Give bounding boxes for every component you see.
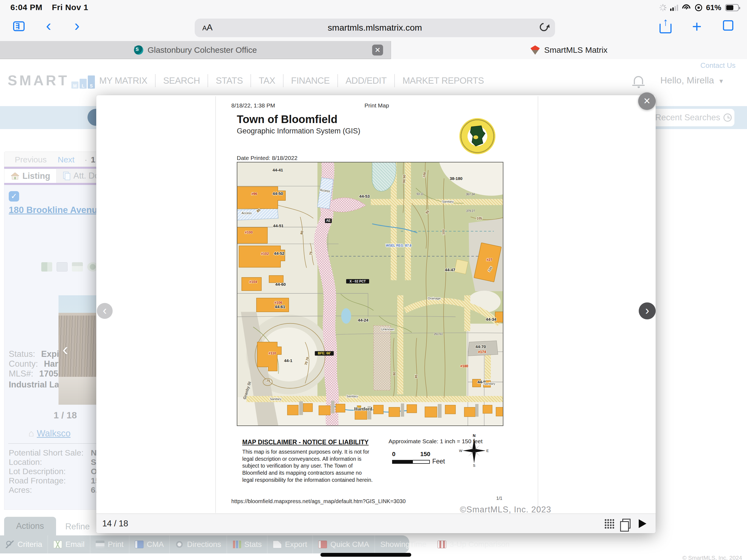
address-bar[interactable]: AA smartmls.mlsmatrix.com — [195, 19, 555, 37]
listing-detail-row: Potential Short Sale:N — [9, 448, 84, 457]
home-indicator[interactable] — [320, 553, 411, 557]
map-label: 44-47 — [445, 268, 455, 272]
nav-item-search[interactable]: SEARCH — [156, 75, 208, 86]
map-label: #110 — [268, 351, 276, 355]
previous-button[interactable]: Previous — [15, 155, 47, 164]
map-label: 105 — [476, 217, 482, 221]
quick-cma-book-icon — [318, 541, 327, 548]
ipad-screen: 6:04 PM Fri Nov 1 61% ‹ › AA smartmls.ml… — [0, 0, 747, 560]
map-label: BFE: 66' — [318, 351, 331, 355]
listing-checkbox[interactable]: ✓ — [9, 191, 19, 202]
activity-spinner-icon — [659, 4, 666, 11]
status-time-date: 6:04 PM Fri Nov 1 — [10, 3, 88, 12]
contact-us-link[interactable]: Contact Us — [700, 61, 736, 70]
toolbar-button-label: Directions — [187, 540, 221, 549]
nav-item-market-reports[interactable]: MARKET REPORTS — [395, 75, 492, 86]
recent-searches-button[interactable]: Recent Searches — [652, 109, 735, 126]
back-button[interactable]: ‹ — [46, 18, 51, 33]
nav-item-tax[interactable]: TAX — [251, 75, 283, 86]
tab-smartmls[interactable]: SmartMLS Matrix — [391, 41, 747, 59]
scale-bar — [412, 460, 430, 464]
close-icon[interactable]: × — [638, 93, 656, 110]
tab-overview-button[interactable] — [723, 20, 733, 31]
cart-add-icon[interactable] — [41, 262, 52, 272]
forward-button[interactable]: › — [74, 18, 80, 33]
toolbar-button-stats[interactable]: Stats — [227, 535, 268, 554]
share-button[interactable]: ↑ — [660, 18, 672, 33]
svg-text:N: N — [473, 434, 475, 438]
status-time: 6:04 PM — [10, 3, 42, 12]
nav-item-my-matrix[interactable]: MY MATRIX — [92, 75, 155, 86]
status-indicators: 61% — [659, 3, 739, 12]
play-icon[interactable] — [639, 519, 646, 528]
svg-text:S: S — [473, 463, 475, 467]
listing-address-link[interactable]: 180 Brookline Avenu — [9, 205, 97, 215]
toolbar-button-3-up-comparison[interactable]: 3-Up Comparison — [432, 535, 515, 554]
toolbar-button-print[interactable]: Print — [90, 535, 129, 554]
map-label: Unknown — [381, 328, 394, 331]
thumbnail-grid-icon[interactable] — [604, 519, 614, 529]
toolbar-button-criteria[interactable]: Criteria — [0, 535, 48, 554]
slideshow-pages-icon[interactable] — [622, 519, 630, 529]
toolbar-button-email[interactable]: Email — [48, 535, 90, 554]
main-nav: MY MATRIXSEARCHSTATSTAXFINANCEADD/EDITMA… — [92, 74, 492, 87]
battery-icon — [725, 4, 739, 11]
comparison-book-icon — [437, 541, 446, 548]
page-copyright: © SmartMLS, Inc. 2024 — [682, 555, 742, 560]
map-label: 75 — [266, 379, 270, 383]
listing-detail-row: Acres:6. — [9, 485, 32, 495]
map-label: Drainage — [428, 297, 441, 300]
compass-icon — [175, 541, 184, 548]
toolbar-button-quick-cma[interactable]: Quick CMA — [313, 535, 375, 554]
next-button[interactable]: Next — [58, 155, 75, 164]
wifi-icon — [682, 4, 691, 11]
status-date: Fri Nov 1 — [52, 3, 88, 12]
map-label: Sanitary — [346, 394, 358, 398]
gis-map: 44-4144-5044-5144-5244-5344-6044-6144-24… — [237, 162, 504, 426]
photo-counter: 1 / 18 — [54, 410, 77, 421]
tab-docs-label: Att. Do — [74, 171, 100, 181]
document-icon — [273, 541, 282, 548]
toolbar-button-export[interactable]: Export — [267, 535, 313, 554]
export-icon[interactable] — [57, 262, 68, 272]
nav-item-stats[interactable]: STATS — [208, 75, 251, 86]
photo-prev-icon[interactable]: ‹ — [62, 339, 68, 359]
sidebar-toggle-icon[interactable] — [13, 21, 25, 31]
map-label: 44-52 — [274, 251, 284, 256]
map-label: 44-70 — [475, 344, 486, 349]
nav-item-finance[interactable]: FINANCE — [284, 75, 337, 86]
user-menu[interactable]: Hello, Mirella ▾ — [660, 75, 723, 85]
map-label: 75 — [309, 251, 313, 255]
map-label: 44-51 — [273, 223, 284, 228]
smartmls-logo[interactable]: SMART MLS — [8, 72, 95, 88]
notifications-bell-icon[interactable] — [634, 76, 643, 84]
tab-close-icon[interactable]: ✕ — [372, 45, 383, 55]
map-label: #180 — [460, 364, 468, 368]
scale-mid: 150 — [420, 451, 430, 458]
map-label: #174 — [478, 350, 486, 354]
smartmls-watermark: ©SmartMLS, Inc. 2023 — [460, 505, 551, 515]
tab-glastonbury[interactable]: Glastonbury Colchester Office ✕ — [0, 41, 391, 59]
bottom-tab-actions[interactable]: Actions — [4, 517, 56, 535]
map-label: 44-41 — [273, 168, 283, 172]
nav-item-add-edit[interactable]: ADD/EDIT — [338, 75, 394, 86]
listing-action-icons — [41, 262, 98, 272]
toolbar-button-showingtime[interactable]: ShowingTime — [375, 535, 432, 554]
previous-photo-button[interactable]: ‹ — [97, 303, 113, 319]
bottom-tab-refine[interactable]: Refine — [56, 518, 99, 535]
report-icon[interactable] — [72, 262, 83, 272]
toolbar-button-label: Email — [66, 540, 84, 549]
toolbar-button-cma[interactable]: CMA — [129, 535, 170, 554]
map-label: Access — [241, 211, 252, 215]
map-label: X - 02 PCT — [350, 279, 366, 283]
walkscore-link[interactable]: Walksco — [37, 428, 71, 439]
url-text[interactable]: smartmls.mlsmatrix.com — [195, 23, 555, 33]
new-tab-button[interactable]: + — [692, 17, 702, 36]
next-photo-button[interactable]: › — [639, 302, 656, 320]
safari-toolbar: ‹ › AA smartmls.mlsmatrix.com ↑ + — [0, 15, 747, 41]
toolbar-button-directions[interactable]: Directions — [170, 535, 227, 554]
chevron-down-icon: ▾ — [719, 77, 723, 85]
tab-listing[interactable]: Listing — [4, 169, 57, 183]
smartmls-favicon — [531, 45, 540, 55]
listing-detail-row: Lot Description:O — [9, 467, 66, 476]
